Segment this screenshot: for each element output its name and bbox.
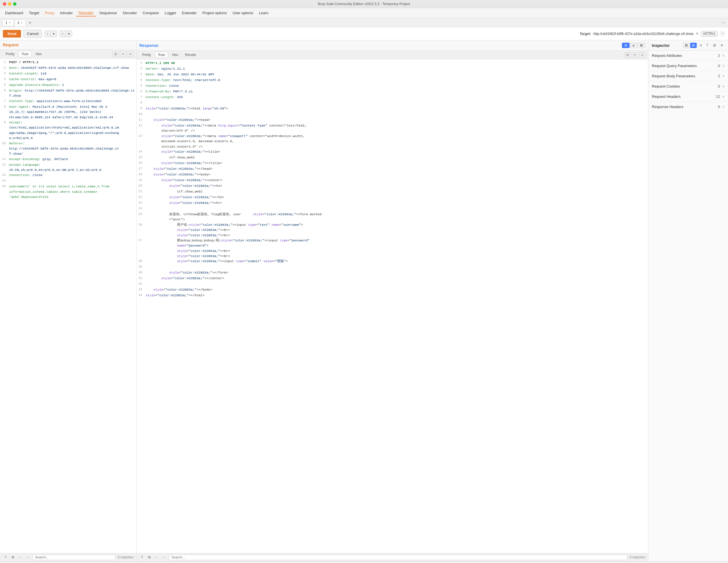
response-more-icon[interactable]: ≡ (640, 52, 645, 58)
inspector-collapse-icon[interactable]: ⊤ (705, 43, 710, 48)
request-line: 13Connection: close (0, 173, 136, 178)
request-wrap-icon[interactable]: ↵ (120, 51, 127, 57)
nav-back-button[interactable]: ‹ (45, 31, 51, 37)
request-tab-raw[interactable]: Raw (18, 51, 32, 57)
maximize-button[interactable] (13, 2, 16, 6)
request-help-icon[interactable]: ? (3, 555, 8, 560)
inspector-row-label: Request Body Parameters (652, 74, 718, 78)
tabs-overflow[interactable]: ⋯ (721, 20, 726, 25)
response-line: 5Connection: close (137, 83, 648, 89)
view-toggle-grid[interactable]: ⊞ (622, 43, 630, 48)
response-line: 27 密&nbsp;&nbsp;&nbsp;码:style="color:#22… (137, 238, 648, 259)
request-settings-icon[interactable]: ⚙ (10, 555, 15, 560)
request-tab-pretty[interactable]: Pretty (3, 51, 17, 57)
response-settings-icon[interactable]: ⚙ (147, 555, 152, 560)
nav-group: ‹ ▾ (44, 30, 57, 37)
tab-2-label: 2 (18, 21, 20, 25)
tab-1-close[interactable]: × (9, 21, 11, 24)
response-line: 23 style="color:#22863a;"><hr> (137, 200, 648, 206)
response-sub-tabs: Pretty Raw Hex Render ⊟ ↵ ≡ (137, 51, 648, 59)
inspector-sort-icon[interactable]: ≡ (698, 43, 703, 48)
menu-item-project-options[interactable]: Project options (200, 10, 230, 16)
inspector-row[interactable]: Request Attributes2∨ (648, 51, 728, 61)
response-format-icon[interactable]: ⊟ (624, 52, 631, 58)
response-line: 3Date: Sat, 25 Jun 2022 06:44:01 GMT (137, 72, 648, 78)
title-bar: Burp Suite Community Edition v2022.5.2 -… (0, 0, 728, 8)
request-line: 11Accept-Encoding: gzip, deflate (0, 157, 136, 162)
request-forward-icon[interactable]: → (25, 555, 30, 560)
target-help-icon[interactable]: ? (720, 31, 725, 36)
inspector-row[interactable]: Request Query Parameters0∨ (648, 61, 728, 71)
nav-down-button[interactable]: ▾ (51, 31, 57, 37)
response-tab-hex[interactable]: Hex (169, 52, 181, 58)
response-tab-raw[interactable]: Raw (155, 52, 168, 58)
menu-item-intruder[interactable]: Intruder (57, 10, 76, 16)
minimize-button[interactable] (8, 2, 11, 6)
response-help-icon[interactable]: ? (139, 555, 144, 560)
response-line: 6X-Powered-By: PHP/7.3.11 (137, 89, 648, 95)
menu-item-target[interactable]: Target (26, 10, 42, 16)
response-tab-render[interactable]: Render (182, 52, 199, 58)
cancel-button[interactable]: Cancel (23, 30, 42, 38)
response-wrap-icon[interactable]: ↵ (632, 52, 638, 58)
inspector-header: Inspector ⊟ ⊞ ≡ ⊤ ⚙ ✕ (648, 40, 728, 51)
inspector-view-toggle: ⊟ ⊞ (683, 43, 697, 48)
inspector-row-label: Request Cookies (652, 84, 718, 88)
response-line: 10 (137, 112, 648, 117)
inspector-row[interactable]: Request Headers12∨ (648, 92, 728, 102)
tab-1-label: 1 (5, 21, 7, 25)
tab-1[interactable]: 1 × (2, 19, 14, 26)
response-line: 12 style="color:#22863a;"><meta http-equ… (137, 123, 648, 134)
response-line: 17 style="color:#22863a;"></head> (137, 166, 648, 172)
menu-item-repeater[interactable]: Repeater (76, 9, 96, 16)
response-search-input[interactable] (169, 554, 627, 560)
inspector-view-list[interactable]: ⊟ (683, 43, 690, 48)
main-content: Request Pretty Raw Hex ⊟ ↵ ≡ 1POST / HTT… (0, 40, 728, 561)
view-toggle-other[interactable]: ⊟ (638, 43, 645, 48)
http-version[interactable]: HTTP/1 (701, 31, 718, 37)
response-line: 9style="color:#22863a;"><html lang="zh-C… (137, 106, 648, 112)
inspector-settings-icon[interactable]: ⚙ (712, 43, 717, 48)
send-button[interactable]: Send (3, 30, 21, 38)
tab-2[interactable]: 2 × (15, 19, 26, 26)
menu-item-user-options[interactable]: User options (230, 10, 256, 16)
request-tab-hex[interactable]: Hex (33, 51, 44, 57)
response-footer: ? ⚙ ← → 0 matches (137, 553, 648, 561)
menu-bar: Dashboard Target Proxy Intruder Repeater… (0, 8, 728, 18)
response-title: Response (139, 43, 158, 48)
request-more-icon[interactable]: ≡ (128, 51, 133, 57)
close-button[interactable] (3, 2, 6, 6)
menu-item-comparer[interactable]: Comparer (140, 10, 162, 16)
inspector-row[interactable]: Request Body Parameters2∨ (648, 71, 728, 81)
response-line: 20 style="color:#22863a;"><h2> (137, 183, 648, 189)
inspector-close-icon[interactable]: ✕ (719, 43, 725, 48)
inspector-view-grid[interactable]: ⊞ (690, 43, 697, 48)
response-back-icon[interactable]: ← (154, 555, 159, 560)
inspector-icon-group: ⊟ ⊞ ≡ ⊤ ⚙ ✕ (683, 43, 725, 48)
request-search-input[interactable] (32, 554, 115, 560)
menu-item-dashboard[interactable]: Dashboard (2, 10, 26, 16)
nav-forward-down-button[interactable]: ▾ (66, 31, 72, 37)
nav-forward-button[interactable]: › (60, 31, 66, 37)
menu-item-sequencer[interactable]: Sequencer (96, 10, 120, 16)
add-tab-button[interactable]: + (26, 19, 34, 26)
menu-item-decoder[interactable]: Decoder (120, 10, 140, 16)
request-back-icon[interactable]: ← (18, 555, 23, 560)
inspector-rows: Request Attributes2∨Request Query Parame… (648, 51, 728, 112)
menu-item-proxy[interactable]: Proxy (42, 10, 57, 16)
tab-2-close[interactable]: × (21, 21, 23, 24)
menu-item-extender[interactable]: Extender (179, 10, 200, 16)
inspector-row[interactable]: Response Headers6∨ (648, 102, 728, 112)
menu-item-logger[interactable]: Logger (162, 10, 179, 16)
view-toggle-list[interactable]: ≡ (630, 43, 637, 48)
response-tab-pretty[interactable]: Pretty (139, 52, 154, 58)
target-edit-icon[interactable]: ✎ (696, 32, 699, 36)
request-match-count: 0 matches (118, 555, 133, 559)
request-line: 14 (0, 178, 136, 184)
response-forward-icon[interactable]: → (162, 555, 167, 560)
request-format-icon[interactable]: ⊟ (112, 51, 119, 57)
menu-item-learn[interactable]: Learn (256, 10, 271, 16)
inspector-row[interactable]: Request Cookies0∨ (648, 81, 728, 92)
response-view-toggle: ⊞ ≡ ⊟ (622, 43, 645, 48)
chevron-down-icon: ∨ (722, 84, 725, 88)
